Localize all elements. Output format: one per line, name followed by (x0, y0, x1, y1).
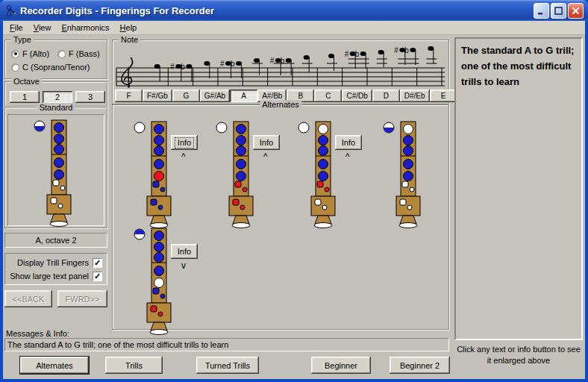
caret-up: ^ (345, 153, 350, 160)
type-group-label: Type (11, 35, 34, 45)
option-row-show-large-text-panel: Show large text panel✓ (5, 269, 107, 283)
minimize-button[interactable] (534, 3, 549, 19)
radio-option-f-alto[interactable]: F (Alto) (11, 49, 49, 58)
octave-group-label: Octave (11, 77, 42, 87)
checkbox-display-trill-fingers[interactable]: ✓ (93, 258, 102, 268)
app-icon (4, 4, 16, 16)
info-button-3[interactable]: Info (335, 135, 362, 150)
standard-group-label: Standard (37, 103, 75, 113)
recorder-diagram-alternate-4 (368, 117, 442, 229)
svg-text:b: b (355, 50, 360, 58)
option-label: Show large text panel (10, 272, 89, 281)
note-button-c[interactable]: C (314, 90, 342, 102)
note-group: Note #b#b#b#b#b FF#/GbGG#/AbAA#/BbBCC#/D… (112, 40, 449, 104)
close-button[interactable] (568, 3, 584, 19)
caret-down: v (181, 262, 186, 269)
note-caption: A, octave 2 (4, 233, 107, 248)
back-button[interactable]: <<BACK (4, 290, 52, 307)
recorder-diagram-alternate-3 (283, 117, 357, 229)
enlarged-text-panel: The standard A to G trill; one of the mo… (454, 37, 583, 340)
alternates-group: Alternates Info^Info^Info^Infov (112, 104, 449, 330)
window-title: Recorder Digits - Fingerings For Recorde… (20, 5, 530, 16)
options-panel: Display Trill Fingers✓Show large text pa… (4, 253, 107, 285)
note-button-g[interactable]: G (172, 90, 200, 102)
note-group-label: Note (119, 35, 140, 45)
svg-text:#: # (220, 60, 225, 68)
radio-option-f-bass[interactable]: F (Bass) (57, 49, 100, 58)
note-button-d[interactable]: D (372, 90, 400, 102)
radio-icon (57, 50, 66, 58)
bottom-button-beginner-2[interactable]: Beginner 2 (390, 357, 450, 374)
bottom-button-trills[interactable]: Trills (105, 357, 163, 374)
enlarged-text: The standard A to G trill; one of the mo… (461, 45, 574, 87)
recorder-diagram-standard (19, 116, 93, 228)
info-button-label: Info (175, 137, 194, 148)
recorder-diagram-alternate-5 (119, 224, 193, 336)
radio-label: F (Bass) (69, 49, 100, 58)
maximize-button[interactable] (551, 3, 566, 19)
octave-button-3[interactable]: 3 (75, 91, 105, 103)
info-button-2[interactable]: Info (253, 135, 280, 150)
menu-bar: FileViewEnharmonicsHelp (3, 21, 585, 35)
radio-label: F (Alto) (22, 49, 49, 58)
hint-text: Click any text or info button to see it … (454, 344, 583, 366)
svg-text:#: # (170, 63, 175, 71)
note-button-f-gb[interactable]: F#/Gb (143, 90, 172, 102)
minimize-icon (537, 7, 545, 15)
caret-up: ^ (181, 153, 186, 160)
note-button-e[interactable]: E (430, 90, 457, 102)
svg-text:#: # (394, 46, 398, 54)
messages-text: The standard A to G trill; one of the mo… (5, 339, 448, 351)
type-group: Type F (Alto)F (Bass)C (Soprano/Tenor) (4, 40, 107, 79)
radio-icon (11, 50, 19, 58)
option-row-display-trill-fingers: Display Trill Fingers✓ (5, 256, 107, 269)
recorder-diagram-alternate-1 (119, 117, 193, 229)
menu-view[interactable]: View (28, 22, 57, 34)
bottom-button-turned-trills[interactable]: Turned Trills (196, 357, 259, 374)
recorder-diagram-alternate-2 (201, 117, 275, 229)
maximize-icon (554, 7, 563, 15)
close-icon (572, 7, 580, 15)
radio-label: C (Soprano/Tenor) (22, 63, 90, 72)
menu-enharmonics[interactable]: Enharmonics (56, 22, 114, 34)
octave-button-2[interactable]: 2 (43, 91, 72, 103)
note-button-a[interactable]: A (230, 90, 257, 102)
menu-help[interactable]: Help (115, 22, 143, 34)
radio-icon (11, 63, 19, 72)
menu-file[interactable]: File (4, 22, 28, 34)
note-caption-text: A, octave 2 (35, 236, 76, 245)
radio-option-c-soprano-tenor[interactable]: C (Soprano/Tenor) (11, 63, 90, 72)
bottom-button-alternates[interactable]: Alternates (20, 357, 89, 374)
info-button-1[interactable]: Info (171, 135, 198, 150)
info-button-5[interactable]: Info (171, 244, 198, 259)
bottom-button-beginner[interactable]: Beginner (311, 357, 371, 374)
checkbox-show-large-text-panel[interactable]: ✓ (93, 272, 102, 281)
svg-text:b: b (404, 46, 409, 54)
title-bar[interactable]: Recorder Digits - Fingerings For Recorde… (0, 0, 588, 21)
standard-fingering-panel (7, 114, 104, 226)
app-window: Recorder Digits - Fingerings For Recorde… (0, 0, 588, 382)
note-button-c-db[interactable]: C#/Db (342, 90, 372, 102)
alternates-group-label: Alternates (260, 100, 301, 110)
octave-button-1[interactable]: 1 (10, 91, 40, 103)
svg-text:#: # (345, 50, 349, 58)
forward-button[interactable]: FWRD>> (57, 290, 107, 307)
note-button-d-eb[interactable]: D#/Eb (400, 90, 430, 102)
option-label: Display Trill Fingers (17, 258, 89, 267)
standard-group: Standard (4, 107, 107, 228)
messages-label: Messages & Info: (6, 329, 69, 338)
note-button-f[interactable]: F (115, 90, 143, 102)
staff-notation: #b#b#b#b#b (115, 46, 446, 89)
caret-up: ^ (263, 153, 268, 160)
svg-text:b: b (181, 63, 185, 71)
messages-field[interactable]: The standard A to G trill; one of the mo… (4, 338, 449, 351)
note-button-g-ab[interactable]: G#/Ab (200, 90, 230, 102)
svg-text:b: b (231, 60, 235, 68)
